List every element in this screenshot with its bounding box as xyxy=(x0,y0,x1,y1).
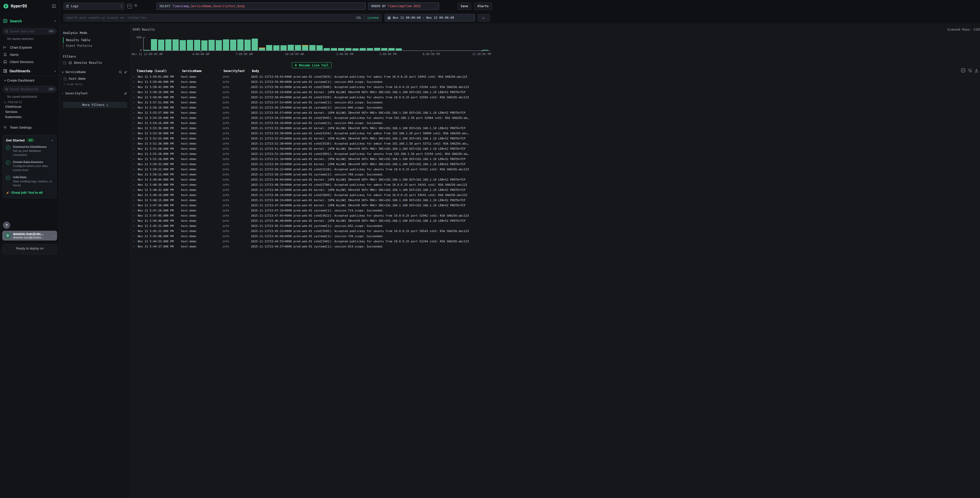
table-row[interactable]: > Nov 11 5:44:53.000 PM host-demo info 2… xyxy=(131,239,490,244)
sidebar-item-alerts[interactable]: Alerts xyxy=(0,51,59,58)
expand-chevron-icon[interactable]: > xyxy=(131,101,136,104)
expand-chevron-icon[interactable]: > xyxy=(131,214,136,217)
histogram-bar[interactable] xyxy=(201,40,207,50)
expand-chevron-icon[interactable]: > xyxy=(131,147,136,150)
expand-chevron-icon[interactable]: > xyxy=(131,178,136,181)
table-row[interactable]: > Nov 11 5:47:05.000 PM host-demo info 2… xyxy=(131,213,490,218)
column-header-severitytext[interactable]: SeverityText xyxy=(223,69,245,73)
table-row[interactable]: > Nov 11 5:45:31.000 PM host-demo info 2… xyxy=(131,223,490,228)
table-row[interactable]: > Nov 11 5:55:57.000 PM host-demo info 2… xyxy=(131,110,490,115)
collapse-sidebar-icon[interactable] xyxy=(52,4,56,8)
preset-item-clickhouse[interactable]: ClickHouse xyxy=(0,104,59,109)
presets-toggle[interactable]: ∨ PRESETS xyxy=(0,99,59,104)
histogram-bar[interactable] xyxy=(338,48,344,50)
expand-chevron-icon[interactable]: > xyxy=(131,153,136,155)
histogram-bar[interactable] xyxy=(194,40,200,50)
order-by-input[interactable]: ORDER BY TimestampTime DESC xyxy=(368,3,439,10)
histogram-bar[interactable] xyxy=(165,39,172,50)
user-menu[interactable]: D dominic.tran@clic... dominic.tran@clic… xyxy=(2,231,57,241)
pin-icon[interactable] xyxy=(124,92,127,95)
histogram-bar[interactable] xyxy=(266,45,272,50)
sidebar-item-dashboards[interactable]: Dashboards ∧ xyxy=(0,66,59,76)
expand-chevron-icon[interactable]: > xyxy=(131,204,136,207)
expand-chevron-icon[interactable]: > xyxy=(131,75,136,78)
get-started-item[interactable]: ✓ Add Data Start sending logs, metrics, … xyxy=(6,175,53,187)
histogram-bar[interactable] xyxy=(374,48,380,50)
histogram-bar[interactable] xyxy=(237,39,243,50)
column-separator[interactable]: ⁞ xyxy=(249,69,250,73)
histogram-bar[interactable] xyxy=(324,48,330,50)
expand-chevron-icon[interactable]: > xyxy=(131,112,136,114)
date-range-picker[interactable]: Nov 11 00:00:00 - Nov 12 00:00:00 xyxy=(385,14,475,22)
chevron-up-icon[interactable]: ∧ xyxy=(54,19,56,22)
expand-chevron-icon[interactable]: > xyxy=(131,194,136,196)
chevron-up-icon[interactable]: ∧ xyxy=(51,139,53,142)
expand-chevron-icon[interactable]: > xyxy=(131,122,136,124)
table-row[interactable]: > Nov 11 5:49:04.000 PM host-demo info 2… xyxy=(131,177,490,182)
expand-chevron-icon[interactable]: > xyxy=(131,168,136,171)
column-header-servicename[interactable]: ServiceName xyxy=(182,69,202,73)
sidebar-item-chart-explorer[interactable]: Chart Explorer xyxy=(0,44,59,51)
saved-dashboards-input[interactable]: Saved Dashboards ⌘K xyxy=(3,86,57,93)
table-row[interactable]: > Nov 11 5:47:16.000 PM host-demo info 2… xyxy=(131,208,490,213)
expand-chevron-icon[interactable]: > xyxy=(131,199,136,202)
histogram-bar[interactable] xyxy=(317,45,323,50)
histogram-bar[interactable] xyxy=(180,40,186,50)
expand-chevron-icon[interactable]: > xyxy=(131,235,136,238)
expand-chevron-icon[interactable]: > xyxy=(131,132,136,135)
analysis-mode-results-table[interactable]: Results Table xyxy=(63,37,131,43)
expand-chevron-icon[interactable]: > xyxy=(131,137,136,140)
filter-group-servicename[interactable]: ∨ ServiceName xyxy=(62,70,127,74)
code-editor-icon[interactable]: <> xyxy=(127,4,132,8)
table-row[interactable]: > Nov 11 5:56:19.000 PM host-demo info 2… xyxy=(131,105,490,110)
select-columns-input[interactable]: SELECT Timestamp,ServiceName,SeverityTex… xyxy=(157,3,366,10)
more-filters-button[interactable]: More filters ∨ xyxy=(63,102,127,108)
deploy-banner[interactable]: Ready to deploy on xyxy=(3,244,57,249)
expand-chevron-icon[interactable]: > xyxy=(131,163,136,166)
load-more-button[interactable]: > Load more xyxy=(64,83,131,86)
histogram-bar[interactable] xyxy=(352,48,359,50)
preset-item-kubernetes[interactable]: Kubernetes xyxy=(0,115,59,120)
events-histogram[interactable]: 600 0 Nov 11 12:00:00 AM4:00:00 AM7:00:0… xyxy=(143,37,490,57)
table-row[interactable]: > Nov 11 5:59:01.000 PM host-demo info 2… xyxy=(131,74,490,79)
pin-icon[interactable] xyxy=(124,70,127,74)
histogram-bar[interactable] xyxy=(288,45,294,50)
histogram-bar[interactable] xyxy=(309,45,315,50)
lucene-search-input[interactable]: Search your events w/ Lucene ex. column:… xyxy=(64,14,382,22)
resume-live-tail-button[interactable]: Resume Live Tail xyxy=(292,62,332,68)
expand-chevron-icon[interactable]: > xyxy=(131,188,136,192)
histogram-bar[interactable] xyxy=(360,48,366,50)
expand-chevron-icon[interactable]: > xyxy=(131,184,136,186)
histogram-bar[interactable] xyxy=(259,48,265,50)
table-row[interactable]: > Nov 11 5:48:32.000 PM host-demo info 2… xyxy=(131,187,490,192)
search-icon[interactable] xyxy=(119,70,122,74)
expand-chevron-icon[interactable]: > xyxy=(131,209,136,212)
help-button[interactable]: ? xyxy=(3,222,10,229)
table-row[interactable]: > Nov 11 5:44:37.000 PM host-demo info 2… xyxy=(131,244,490,249)
expand-chevron-icon[interactable]: > xyxy=(131,127,136,130)
source-select[interactable]: Logs ∧∨ xyxy=(64,3,124,10)
histogram-bar[interactable] xyxy=(295,45,301,50)
table-row[interactable]: > Nov 11 5:46:48.000 PM host-demo info 2… xyxy=(131,218,490,223)
expand-chevron-icon[interactable]: > xyxy=(131,240,136,243)
histogram-bar[interactable] xyxy=(252,38,258,50)
table-row[interactable]: > Nov 11 5:53:36.000 PM host-demo info 2… xyxy=(131,126,490,131)
table-row[interactable]: > Nov 11 5:57:52.000 PM host-demo info 2… xyxy=(131,100,490,105)
table-row[interactable]: > Nov 11 5:48:15.000 PM host-demo info 2… xyxy=(131,198,490,203)
filter-value-host-demo[interactable]: host-demo xyxy=(64,77,131,80)
table-row[interactable]: > Nov 11 5:54:29.000 PM host-demo info 2… xyxy=(131,115,490,120)
histogram-bar[interactable] xyxy=(216,40,222,50)
table-row[interactable]: > Nov 11 5:54:16.000 PM host-demo info 2… xyxy=(131,120,490,126)
host-demo-checkbox[interactable] xyxy=(64,77,67,80)
table-row[interactable]: > Nov 11 5:50:22.000 PM host-demo info 2… xyxy=(131,167,490,172)
alerts-button[interactable]: Alerts xyxy=(474,3,490,10)
histogram-bar[interactable] xyxy=(280,45,286,50)
table-row[interactable]: > Nov 11 5:52:55.000 PM host-demo info 2… xyxy=(131,136,490,141)
histogram-bar[interactable] xyxy=(187,40,193,50)
column-header-timestamp[interactable]: Timestamp (Local) xyxy=(137,69,167,73)
table-row[interactable]: > Nov 11 5:58:19.000 PM host-demo info 2… xyxy=(131,89,490,95)
histogram-bar[interactable] xyxy=(223,39,229,50)
table-row[interactable]: > Nov 11 5:45:22.000 PM host-demo info 2… xyxy=(131,228,490,233)
histogram-bar[interactable] xyxy=(396,48,402,50)
table-row[interactable]: > Nov 11 5:51:18.000 PM host-demo info 2… xyxy=(131,156,490,161)
